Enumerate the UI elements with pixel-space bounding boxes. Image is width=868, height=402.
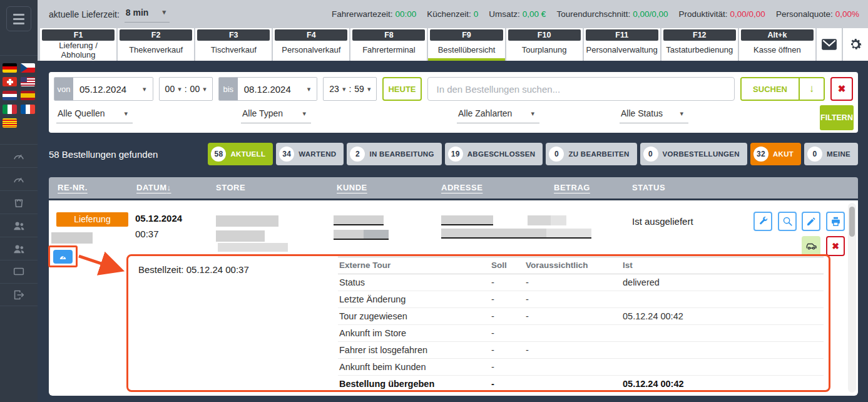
scrollbar-thumb[interactable]: [849, 207, 855, 237]
search-button[interactable]: SUCHEN: [742, 78, 799, 100]
badge-aktuell[interactable]: 58AKTUELL: [208, 143, 273, 165]
chevron-down-icon: ▾: [307, 86, 311, 93]
delivery-time-dropdown[interactable]: 8 min ▾: [125, 6, 170, 23]
column-betrag[interactable]: BETRAG: [554, 183, 590, 192]
flag-usa-icon[interactable]: [21, 77, 35, 86]
date-to-picker[interactable]: 08.12.2024 ▾: [238, 78, 317, 100]
users-icon: [12, 219, 26, 233]
edit-button[interactable]: [802, 212, 820, 231]
source-filter-dropdown[interactable]: Alle Quellen▾: [56, 105, 133, 123]
hamburger-menu-button[interactable]: [6, 6, 31, 31]
sidebar-item-shop[interactable]: [0, 190, 38, 214]
tab-fahrerterminal[interactable]: F8Fahrerterminal: [350, 28, 427, 61]
orders-table-body: Lieferung 05.12.2024 00:37 Ist ausgelief…: [49, 200, 858, 396]
stat-label: Fahrerwartezeit:: [332, 9, 393, 19]
filter-panel: von 05.12.2024 ▾ 00▾ : 00▾ bis 08.12.202…: [49, 72, 858, 133]
chevron-down-icon: ▾: [162, 9, 166, 16]
order-date: 05.12.2024: [135, 213, 182, 224]
column-datum[interactable]: DATUM↓: [136, 183, 171, 192]
detail-row-letzte-aenderung: Letzte Änderung--: [338, 291, 824, 308]
sort-desc-icon: ↓: [166, 183, 171, 192]
envelope-icon: [821, 38, 837, 51]
tab-thekenverkauf[interactable]: F2Thekenverkauf: [118, 28, 194, 61]
tools-button[interactable]: [753, 212, 772, 231]
top-status-bar: aktuelle Lieferzeit: 8 min ▾ Fahrerwarte…: [38, 0, 868, 28]
tab-tastaturbedienung[interactable]: F12Tastaturbedienung: [661, 28, 738, 61]
order-status: Ist ausgeliefert: [632, 216, 693, 227]
tab-tourplanung[interactable]: F10Tourplanung: [506, 28, 583, 61]
flag-france-icon[interactable]: [21, 105, 35, 114]
badge-akut[interactable]: 32AKUT: [750, 143, 801, 165]
stat-label: Produktivität:: [679, 9, 728, 19]
today-button[interactable]: HEUTE: [382, 77, 421, 101]
arrow-down-icon: ↓: [809, 83, 815, 95]
date-from-group: von 05.12.2024 ▾: [54, 77, 153, 101]
gear-icon: [848, 37, 863, 52]
tab-personalverkauf[interactable]: F4Personalverkauf: [273, 28, 349, 61]
driver-tour-button[interactable]: [802, 236, 820, 256]
sidebar-item-gauge-2[interactable]: [0, 167, 38, 190]
flag-germany-icon[interactable]: [3, 63, 17, 73]
customer-link-redacted[interactable]: [334, 215, 384, 225]
stat-label: Personalquote:: [776, 9, 833, 19]
badge-meine[interactable]: 0MEINE: [804, 143, 858, 165]
status-filter-dropdown[interactable]: Alle Status▾: [620, 105, 688, 123]
tab-kasse-oeffnen[interactable]: Alt+kKasse öffnen: [739, 28, 815, 61]
clear-search-button[interactable]: ✖: [830, 77, 853, 101]
date-from-picker[interactable]: 05.12.2024 ▾: [73, 78, 153, 100]
vertical-scrollbar: [848, 203, 856, 393]
print-button[interactable]: [826, 212, 845, 231]
stat-label: Umsatz:: [489, 9, 520, 19]
tab-tischverkauf[interactable]: F3Tischverkauf: [195, 28, 272, 61]
cancel-order-button[interactable]: ✖: [826, 236, 845, 256]
column-adresse[interactable]: ADRESSE: [441, 183, 483, 192]
tour-tracking-toggle[interactable]: [53, 250, 73, 264]
badge-wartend[interactable]: 34WARTEND: [276, 143, 344, 165]
sidebar-item-gauge-1[interactable]: [0, 144, 38, 167]
badge-abgeschlossen[interactable]: 19ABGESCHLOSSEN: [445, 143, 543, 165]
time-from-picker[interactable]: 00▾ : 00▾: [159, 77, 213, 101]
detail-row-status: Status--delivered: [338, 274, 824, 291]
filter-button[interactable]: FILTERN: [820, 105, 854, 130]
stat-value: 0: [474, 9, 479, 19]
flag-netherlands-icon[interactable]: [3, 91, 17, 100]
detail-row-ankunft-store: Ankunft im Store-: [338, 325, 824, 342]
sidebar-item-staff[interactable]: [0, 237, 38, 260]
badge-in-bearbeitung[interactable]: 2IN BEARBEITUNG: [347, 143, 441, 165]
address-link-redacted[interactable]: [441, 215, 493, 225]
shopping-bag-icon: [12, 195, 26, 209]
tab-bestelluebersicht[interactable]: F9Bestellübersicht: [428, 28, 504, 61]
download-arrow-button[interactable]: ↓: [799, 78, 824, 100]
order-time: 00:37: [135, 229, 159, 239]
time-to-picker[interactable]: 23▾ : 59▾: [323, 77, 377, 101]
view-details-button[interactable]: [778, 212, 797, 231]
customer-link-redacted[interactable]: [334, 230, 389, 240]
badge-vorbestellungen[interactable]: 0VORBESTELLUNGEN: [640, 143, 747, 165]
badge-zu-bearbeiten[interactable]: 0ZU BEARBEITEN: [546, 143, 636, 165]
sidebar-item-display[interactable]: [0, 260, 38, 283]
results-bar: 58 Bestellungen gefunden 58AKTUELL 34WAR…: [49, 143, 858, 165]
date-to-group: bis 08.12.2024 ▾: [218, 77, 318, 101]
address-link-redacted[interactable]: [441, 229, 591, 239]
stat-value: 0,00/0,00: [633, 9, 668, 19]
detail-row-ankunft-kunde: Ankunft beim Kunden-: [338, 359, 824, 376]
users-icon: [12, 242, 26, 256]
messages-button[interactable]: [817, 28, 842, 61]
sidebar-item-customers[interactable]: [0, 214, 38, 237]
flag-catalonia-icon[interactable]: [3, 118, 17, 128]
stat-value: 0,00%: [835, 9, 859, 19]
flag-italy-icon[interactable]: [3, 105, 17, 114]
search-input[interactable]: [427, 77, 735, 101]
sidebar-item-logout[interactable]: [0, 283, 38, 306]
settings-button[interactable]: [843, 28, 868, 61]
column-kunde[interactable]: KUNDE: [337, 183, 367, 192]
tab-personalverwaltung[interactable]: F11Personalverwaltung: [584, 28, 660, 61]
tab-lieferung-abholung[interactable]: F1Lieferung / Abholung: [40, 28, 116, 61]
flag-spain-icon[interactable]: [21, 91, 35, 100]
flag-switzerland-icon[interactable]: [3, 77, 17, 86]
flag-czechia-icon[interactable]: [21, 63, 35, 73]
stat-value: 0,00 €: [523, 9, 546, 19]
column-re-nr[interactable]: RE-NR.: [58, 183, 88, 192]
type-filter-dropdown[interactable]: Alle Typen▾: [241, 105, 311, 123]
payment-filter-dropdown[interactable]: Alle Zahlarten▾: [457, 105, 539, 123]
